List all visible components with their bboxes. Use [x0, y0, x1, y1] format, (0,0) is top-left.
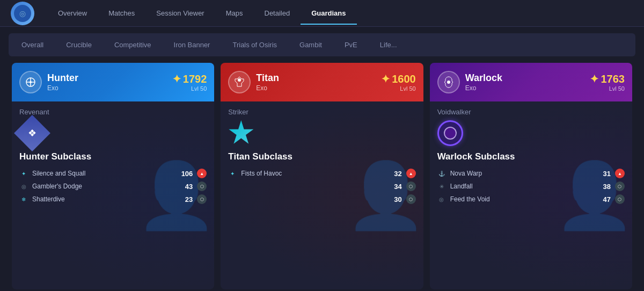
guardian-cards-area: Hunter Exo ✦ 1792 Lvl 50 👤 Revenant ❖ Hu… [0, 63, 644, 289]
titan-ability-badge-1: ⬡ [406, 181, 416, 191]
titan-ability-count-0: 32 [386, 170, 402, 178]
warlock-ability-badge-1: ⬡ [615, 181, 625, 191]
tab-gambit[interactable]: Gambit [289, 37, 333, 53]
tab-life[interactable]: Life... [369, 37, 408, 53]
hunter-level: Lvl 50 [172, 85, 207, 92]
titan-ability-row-1: 34 ⬡ [228, 181, 415, 191]
warlock-ability-icon-0: ⚓ [437, 169, 446, 178]
titan-info: Titan Exo [256, 72, 381, 92]
tab-overall[interactable]: Overall [11, 37, 54, 53]
warlock-power: ✦ 1763 Lvl 50 [590, 72, 625, 92]
warlock-card: Warlock Exo ✦ 1763 Lvl 50 👤 Voidwalker W… [430, 63, 632, 289]
hunter-card-header: Hunter Exo ✦ 1792 Lvl 50 [12, 63, 214, 101]
warlock-card-body: 👤 Voidwalker Warlock Subclass ⚓ Nova War… [430, 101, 632, 289]
titan-card-body: 👤 Striker Titan Subclass ✦ Fists of Havo… [221, 101, 423, 289]
hunter-ability-count-0: 106 [177, 170, 193, 178]
hunter-subclass-icon-inner: ❖ [28, 127, 36, 139]
hunter-ability-row-0: ✦ Silence and Squall 106 ▲ [19, 169, 207, 178]
warlock-ability-name-1: Landfall [450, 183, 590, 190]
hunter-power-icon: ✦ [172, 72, 181, 85]
titan-power-value: ✦ 1600 [381, 72, 416, 85]
warlock-class-icon [437, 71, 460, 93]
svg-point-3 [30, 81, 32, 83]
titan-card: Titan Exo ✦ 1600 Lvl 50 👤 Striker Titan … [221, 63, 423, 289]
hunter-card-body: 👤 Revenant ❖ Hunter Subclass ✦ Silence a… [12, 101, 214, 289]
titan-ability-name-0: Fists of Havoc [241, 170, 381, 177]
hunter-class-name: Hunter [47, 72, 172, 84]
nav-detailed[interactable]: Detailed [254, 2, 301, 25]
titan-race: Exo [256, 84, 381, 92]
titan-ability-row-2: 30 ⬡ [228, 194, 415, 204]
warlock-ability-badge-0: ▲ [615, 169, 625, 178]
warlock-ability-name-2: Feed the Void [450, 195, 590, 203]
nav-guardians[interactable]: Guardians [301, 2, 356, 25]
warlock-ability-icon-2: ◎ [437, 195, 446, 203]
tab-iron-banner[interactable]: Iron Banner [163, 37, 221, 53]
warlock-ability-count-0: 31 [595, 170, 611, 178]
warlock-subclass-icon [437, 120, 463, 146]
hunter-info: Hunter Exo [47, 72, 172, 92]
hunter-ability-badge-2: ⬡ [197, 194, 207, 204]
titan-ability-icon-0: ✦ [228, 169, 237, 178]
hunter-ability-icon-0: ✦ [19, 169, 28, 178]
hunter-power-number: 1792 [183, 73, 207, 85]
nav-items: Overview Matches Session Viewer Maps Det… [47, 2, 357, 25]
titan-ability-icon-1 [228, 182, 237, 191]
titan-level: Lvl 50 [381, 85, 416, 92]
hunter-ability-badge-1: ⬡ [197, 181, 207, 191]
hunter-card: Hunter Exo ✦ 1792 Lvl 50 👤 Revenant ❖ Hu… [12, 63, 214, 289]
tab-pve[interactable]: PvE [334, 37, 368, 53]
titan-power-icon: ✦ [381, 72, 390, 85]
warlock-subclass-category: Voidwalker [437, 108, 625, 116]
hunter-ability-badge-0: ▲ [197, 169, 207, 178]
hunter-ability-icon-1: ◎ [19, 182, 28, 191]
nav-maps[interactable]: Maps [215, 2, 254, 25]
titan-ability-list: ✦ Fists of Havoc 32 ▲ 34 ⬡ 30 ⬡ [228, 169, 415, 204]
warlock-subclass-name: Warlock Subclass [437, 151, 625, 162]
svg-point-4 [238, 78, 241, 82]
hunter-ability-icon-2: ❄ [19, 195, 28, 203]
titan-ability-icon-2 [228, 195, 237, 203]
warlock-ability-count-2: 47 [595, 195, 611, 203]
warlock-power-number: 1763 [601, 73, 625, 85]
hunter-ability-count-2: 23 [177, 195, 193, 203]
warlock-ability-row-2: ◎ Feed the Void 47 ⬡ [437, 194, 625, 204]
hunter-power: ✦ 1792 Lvl 50 [172, 72, 207, 92]
titan-subclass-category: Striker [228, 108, 415, 116]
titan-subclass-name: Titan Subclass [228, 151, 415, 162]
titan-class-name: Titan [256, 72, 381, 84]
tab-competitive[interactable]: Competitive [104, 37, 162, 53]
top-navigation: ◎ Overview Matches Session Viewer Maps D… [0, 0, 644, 27]
hunter-class-icon [19, 71, 42, 93]
tab-crucible[interactable]: Crucible [55, 37, 103, 53]
titan-ability-badge-0: ▲ [406, 169, 416, 178]
warlock-power-icon: ✦ [590, 72, 599, 85]
warlock-ability-count-1: 38 [595, 183, 611, 191]
titan-ability-count-1: 34 [386, 183, 402, 191]
hunter-subclass-name: Hunter Subclass [19, 151, 207, 162]
warlock-ability-list: ⚓ Nova Warp 31 ▲ ✳ Landfall 38 ⬡ ◎ Feed … [437, 169, 625, 204]
warlock-card-header: Warlock Exo ✦ 1763 Lvl 50 [430, 63, 632, 101]
hunter-ability-row-1: ◎ Gambler's Dodge 43 ⬡ [19, 181, 207, 191]
nav-session-viewer[interactable]: Session Viewer [145, 2, 215, 25]
warlock-ability-name-0: Nova Warp [450, 170, 590, 177]
hunter-ability-name-1: Gambler's Dodge [32, 183, 172, 190]
warlock-ability-row-1: ✳ Landfall 38 ⬡ [437, 181, 625, 191]
tab-trials-of-osiris[interactable]: Trials of Osiris [222, 37, 288, 53]
titan-power: ✦ 1600 Lvl 50 [381, 72, 416, 92]
hunter-ability-name-0: Silence and Squall [32, 170, 172, 177]
warlock-race: Exo [465, 84, 590, 92]
titan-power-number: 1600 [392, 73, 416, 85]
nav-matches[interactable]: Matches [98, 2, 145, 25]
warlock-level: Lvl 50 [590, 85, 625, 92]
hunter-ability-count-1: 43 [177, 183, 193, 191]
warlock-power-value: ✦ 1763 [590, 72, 625, 85]
warlock-ability-icon-1: ✳ [437, 182, 446, 191]
warlock-info: Warlock Exo [465, 72, 590, 92]
titan-ability-badge-2: ⬡ [406, 194, 416, 204]
warlock-subclass-icon-inner [444, 127, 457, 140]
nav-overview[interactable]: Overview [47, 2, 98, 25]
titan-class-icon [228, 71, 251, 93]
hunter-race: Exo [47, 84, 172, 92]
avatar: ◎ [11, 2, 34, 25]
